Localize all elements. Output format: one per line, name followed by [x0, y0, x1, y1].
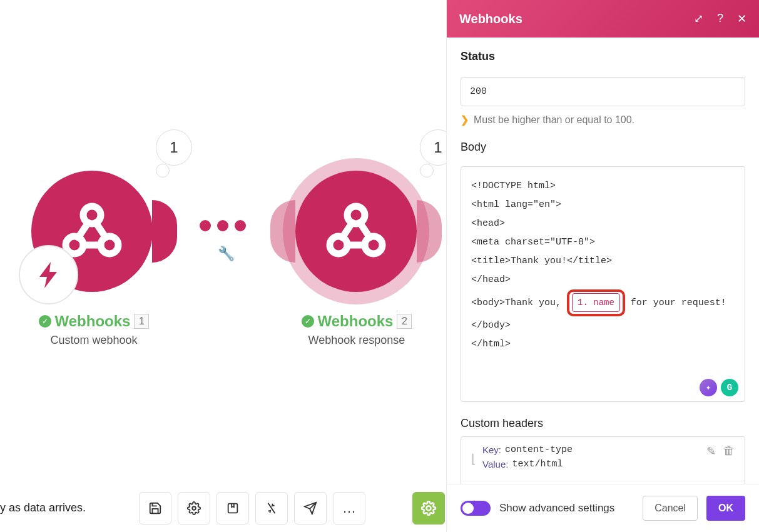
header-item: ⌊ Key: content-type Value: text/html ✎ 🗑 [461, 437, 745, 481]
status-label: Status [461, 50, 745, 63]
dot [235, 220, 246, 231]
wrench-icon[interactable]: 🔧 [218, 246, 235, 262]
value-value[interactable]: text/html [512, 459, 563, 469]
value-label: Value: [482, 459, 508, 469]
node-label: ✓ Webhooks 2 Webhook response [288, 313, 425, 347]
help-icon[interactable]: ? [717, 12, 723, 26]
key-value[interactable]: content-type [505, 444, 573, 455]
bubble-tail [156, 164, 170, 178]
edit-icon[interactable]: ✎ [706, 444, 716, 458]
panel-footer: Show advanced settings Cancel OK [447, 484, 759, 532]
node-custom-webhook[interactable] [31, 171, 153, 292]
webhook-icon [325, 199, 387, 264]
chevron-right-icon: ❯ [461, 114, 469, 126]
output-port[interactable] [152, 200, 177, 263]
module-settings-panel: Webhooks ⤢ ? ✕ Status ❯ Must be higher t… [446, 0, 759, 532]
run-hint-text: y as data arrives. [0, 490, 92, 526]
grammarly-icon[interactable]: G [721, 379, 738, 396]
output-port[interactable] [417, 200, 442, 263]
body-label: Body [461, 141, 745, 154]
auto-align-button[interactable] [255, 492, 288, 524]
settings-button[interactable] [178, 492, 210, 524]
custom-headers-label: Custom headers [461, 417, 745, 430]
notes-button[interactable] [216, 492, 249, 524]
svg-rect-7 [228, 503, 238, 513]
step-number: 2 [397, 314, 412, 329]
module-name: Webhooks [55, 313, 131, 330]
ai-sparkle-icon[interactable]: ✦ [700, 379, 717, 396]
key-label: Key: [482, 444, 501, 455]
status-input[interactable] [461, 77, 745, 106]
panel-body[interactable]: Status ❯ Must be higher than or equal to… [447, 38, 759, 484]
advanced-settings-label: Show advanced settings [499, 502, 634, 514]
node-circle[interactable] [31, 171, 153, 292]
body-editor[interactable]: <!DOCTYPE html> <html lang="en"> <head> … [461, 166, 745, 402]
node-label: ✓ Webhooks 1 Custom webhook [25, 313, 163, 347]
check-icon: ✓ [302, 315, 314, 328]
expand-icon[interactable]: ⤢ [694, 12, 703, 26]
panel-title: Webhooks [459, 12, 694, 26]
node-subtitle: Webhook response [288, 334, 425, 347]
close-icon[interactable]: ✕ [737, 12, 746, 26]
bundle-count-bubble: 1 [156, 129, 192, 166]
svg-point-6 [192, 506, 196, 510]
dot [217, 220, 228, 231]
bottom-toolbar: y as data arrives. … [0, 490, 484, 526]
input-port[interactable] [270, 200, 295, 263]
module-name: Webhooks [318, 313, 394, 330]
step-number: 1 [134, 314, 149, 329]
bubble-tail [420, 164, 434, 178]
explain-flow-button[interactable] [294, 492, 327, 524]
variable-chip[interactable]: 1. name [572, 293, 620, 312]
svg-point-8 [427, 506, 431, 510]
status-hint: ❯ Must be higher than or equal to 100. [461, 114, 745, 126]
cancel-button[interactable]: Cancel [643, 496, 698, 521]
variable-chip-highlight: 1. name [567, 289, 625, 316]
headers-list: ⌊ Key: content-type Value: text/html ✎ 🗑… [461, 436, 745, 484]
ok-button[interactable]: OK [706, 496, 745, 521]
dot [200, 220, 211, 231]
advanced-settings-toggle[interactable] [461, 501, 491, 516]
delete-icon[interactable]: 🗑 [723, 444, 735, 458]
scenario-canvas[interactable]: 1 ✓ Webhooks 1 Custom webhook 🔧 1 ✓ Webh… [0, 0, 446, 532]
more-button[interactable]: … [333, 492, 365, 524]
node-webhook-response[interactable] [295, 171, 417, 292]
node-subtitle: Custom webhook [25, 334, 163, 347]
node-circle-selected[interactable] [295, 171, 417, 292]
save-button[interactable] [139, 492, 171, 524]
check-icon: ✓ [39, 315, 51, 328]
panel-header: Webhooks ⤢ ? ✕ [447, 0, 759, 38]
run-once-button[interactable] [412, 492, 445, 524]
route-dots[interactable] [200, 220, 246, 231]
instant-trigger-badge [19, 245, 78, 304]
drag-handle-icon[interactable]: ⌊ [471, 451, 476, 466]
